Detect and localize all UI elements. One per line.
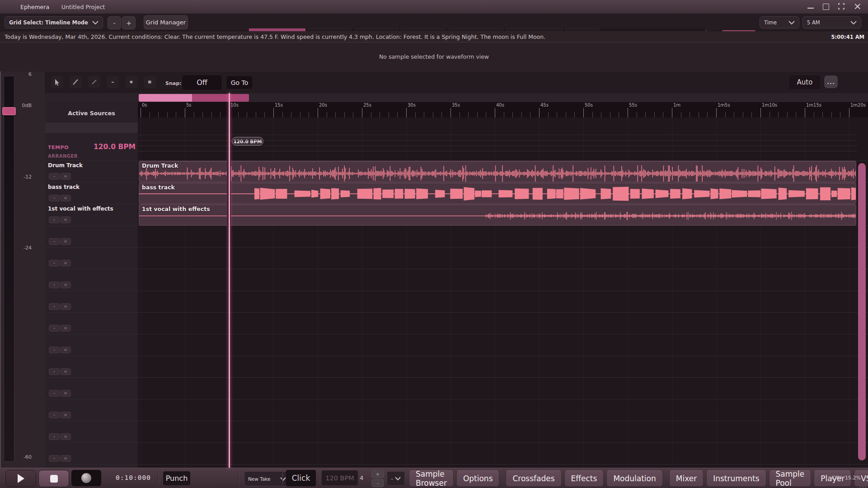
mixer-button[interactable]: Mixer bbox=[669, 470, 704, 487]
zoom-out-button[interactable]: - bbox=[108, 16, 121, 29]
effects-button[interactable]: Effects bbox=[564, 470, 604, 487]
take-dropdown[interactable]: New Take bbox=[244, 471, 290, 486]
ruler-minor-tick bbox=[690, 112, 690, 117]
track-row-border bbox=[45, 269, 868, 269]
bass-clip[interactable]: bass track bbox=[139, 183, 856, 204]
transport-separator bbox=[318, 472, 319, 484]
tool-square-tool-button[interactable] bbox=[144, 76, 156, 88]
maximize-icon[interactable] bbox=[823, 4, 829, 10]
fullscreen-icon[interactable] bbox=[838, 3, 845, 11]
division-dropdown[interactable]: – bbox=[387, 471, 405, 486]
ruler-minor-tick bbox=[389, 112, 389, 117]
track-arm-button[interactable]: • bbox=[49, 260, 60, 267]
track-arm-button[interactable]: • bbox=[49, 433, 60, 440]
chevron-down-icon bbox=[395, 477, 401, 480]
track-arm-button[interactable]: • bbox=[49, 173, 60, 180]
tool-dash-tool-button[interactable] bbox=[107, 76, 119, 88]
stepper-up-button[interactable]: + bbox=[371, 470, 384, 478]
crossfades-button[interactable]: Crossfades bbox=[506, 470, 561, 487]
track-monitor-button[interactable]: M bbox=[60, 260, 71, 267]
button-group: CrossfadesEffectsModulation bbox=[506, 470, 662, 487]
track-arm-button[interactable]: • bbox=[49, 455, 60, 462]
ruler-minor-tick bbox=[150, 112, 150, 117]
track-monitor-button[interactable]: M bbox=[60, 282, 71, 288]
instruments-button[interactable]: Instruments bbox=[706, 470, 766, 487]
dot-tool-icon bbox=[128, 79, 135, 85]
ruler-minor-tick bbox=[778, 112, 779, 117]
options-button[interactable]: Options bbox=[456, 470, 500, 487]
grid-select-dropdown[interactable]: Grid Select: Timeline Mode bbox=[5, 16, 103, 28]
ruler-minor-tick bbox=[176, 112, 176, 117]
tool-line-tool-button[interactable] bbox=[88, 76, 100, 88]
transport-separator bbox=[158, 472, 158, 484]
modulation-button[interactable]: Modulation bbox=[606, 470, 662, 487]
track-arm-button[interactable]: • bbox=[49, 412, 60, 418]
record-button[interactable] bbox=[71, 470, 101, 486]
tool-pointer-tool-button[interactable] bbox=[51, 76, 63, 88]
track-monitor-button[interactable]: M bbox=[60, 238, 71, 245]
play-button[interactable] bbox=[5, 470, 36, 487]
stop-button[interactable] bbox=[38, 470, 69, 487]
vertical-scrollbar[interactable] bbox=[858, 163, 866, 460]
panel-button-groups: Sample BrowserOptionsCrossfadesEffectsMo… bbox=[409, 470, 868, 487]
close-icon[interactable]: × bbox=[854, 1, 862, 11]
track-monitor-button[interactable]: M bbox=[60, 195, 71, 202]
ruler-minor-tick bbox=[415, 112, 416, 117]
track-monitor-button[interactable]: M bbox=[60, 347, 71, 353]
track-monitor-button[interactable]: M bbox=[60, 216, 71, 223]
ruler-minor-tick bbox=[743, 112, 743, 117]
track-monitor-button[interactable]: M bbox=[60, 325, 71, 332]
track-arm-button[interactable]: • bbox=[49, 368, 60, 375]
track-monitor-button[interactable]: M bbox=[60, 173, 71, 180]
db-label: 6 bbox=[4, 71, 32, 77]
snap-off-button[interactable]: Off bbox=[182, 75, 222, 90]
track-arm-button[interactable]: • bbox=[49, 216, 60, 223]
time-value-dropdown[interactable]: 5 AM bbox=[802, 16, 861, 28]
time-mode-dropdown[interactable]: Time bbox=[760, 16, 799, 28]
track-monitor-button[interactable]: M bbox=[60, 390, 71, 397]
sample-browser-button[interactable]: Sample Browser bbox=[409, 470, 454, 487]
grid-manager-button[interactable]: Grid Manager bbox=[144, 15, 188, 29]
ruler-minor-tick bbox=[619, 112, 619, 117]
ruler-label: 1m10s bbox=[762, 103, 777, 108]
track-arm-button[interactable]: • bbox=[49, 282, 60, 288]
ruler-label: 20s bbox=[319, 103, 327, 108]
zoom-in-button[interactable]: + bbox=[122, 16, 136, 29]
track-arm-button[interactable]: • bbox=[49, 303, 60, 310]
track-monitor-button[interactable]: M bbox=[60, 303, 71, 310]
punch-button[interactable]: Punch bbox=[163, 471, 190, 485]
ruler-minor-tick bbox=[460, 112, 460, 117]
auto-button[interactable]: Auto bbox=[788, 75, 821, 90]
more-options-button[interactable]: ... bbox=[824, 75, 838, 88]
loop-region-b[interactable] bbox=[192, 94, 249, 102]
minimize-icon[interactable] bbox=[807, 5, 814, 9]
track-monitor-button[interactable]: M bbox=[60, 455, 71, 462]
ruler-label: 10s bbox=[230, 103, 239, 108]
track-arm-button[interactable]: • bbox=[49, 325, 60, 332]
ruler-label: 1m15s bbox=[806, 103, 821, 108]
ruler-minor-tick bbox=[592, 112, 593, 117]
vocal-clip[interactable]: 1st vocal with effects bbox=[139, 204, 856, 225]
clip-label: bass track bbox=[142, 184, 175, 191]
track-monitor-button[interactable]: M bbox=[60, 433, 71, 440]
tool-dot-tool-button[interactable] bbox=[125, 76, 137, 88]
track-monitor-button[interactable]: M bbox=[60, 368, 71, 375]
sample-pool-button[interactable]: Sample Pool bbox=[769, 470, 812, 487]
track-arm-button[interactable]: • bbox=[49, 238, 60, 245]
track-arm-button[interactable]: • bbox=[49, 390, 60, 397]
master-fader-track[interactable] bbox=[4, 76, 14, 462]
tool-draw-tool-button[interactable] bbox=[70, 76, 82, 88]
ruler-major-tick bbox=[805, 108, 805, 117]
track-monitor-button[interactable]: M bbox=[60, 412, 71, 418]
ruler-major-tick bbox=[760, 108, 761, 117]
tempo-marker[interactable]: 120.0 BPM bbox=[232, 137, 263, 145]
playhead[interactable] bbox=[229, 93, 230, 468]
drum-clip[interactable]: Drum Track bbox=[139, 161, 856, 182]
track-arm-button[interactable]: • bbox=[49, 347, 60, 353]
goto-button[interactable]: Go To bbox=[226, 75, 253, 89]
ruler-minor-tick bbox=[441, 112, 442, 117]
stepper-down-button[interactable]: - bbox=[371, 479, 384, 487]
click-button[interactable]: Click bbox=[286, 470, 316, 486]
loop-region-a[interactable] bbox=[139, 94, 192, 102]
track-arm-button[interactable]: • bbox=[49, 195, 60, 202]
